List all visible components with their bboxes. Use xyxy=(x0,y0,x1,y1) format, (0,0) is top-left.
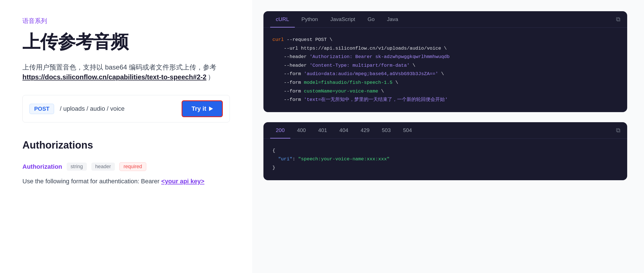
tab-200[interactable]: 200 xyxy=(270,122,290,138)
try-it-button[interactable]: Try it xyxy=(182,100,223,117)
json-uri-line: "uri": "speech:your-voice-name:xxx:xxx" xyxy=(272,155,618,164)
tab-401[interactable]: 401 xyxy=(312,122,333,138)
response-content: { "uri": "speech:your-voice-name:xxx:xxx… xyxy=(263,139,627,180)
page-title: 上传参考音频 xyxy=(22,30,230,54)
tab-503[interactable]: 503 xyxy=(376,122,397,138)
json-close-brace: } xyxy=(272,164,618,172)
description-text: 上传用户预置音色，支持以 base64 编码或者文件形式上传，参考 xyxy=(22,63,216,71)
description-end: ） xyxy=(208,73,214,81)
description-block: 上传用户预置音色，支持以 base64 编码或者文件形式上传，参考 https:… xyxy=(22,62,230,82)
doc-link[interactable]: https://docs.siliconflow.cn/capabilities… xyxy=(22,73,207,81)
auth-api-key-link[interactable]: <your api key> xyxy=(161,178,204,185)
tab-javascript[interactable]: JavaScript xyxy=(325,11,361,27)
json-open-brace: { xyxy=(272,147,618,155)
copy-response-icon[interactable]: ⧉ xyxy=(616,127,620,134)
auth-description: Use the following format for authenticat… xyxy=(22,178,230,185)
series-label: 语音系列 xyxy=(22,17,230,25)
copy-code-icon[interactable]: ⧉ xyxy=(616,16,620,23)
tab-java[interactable]: Java xyxy=(381,11,404,27)
auth-row: Authorization string header required xyxy=(22,162,230,171)
code-block: cURL Python JavaScript Go Java ⧉ curl --… xyxy=(263,11,627,112)
try-it-label: Try it xyxy=(191,105,206,112)
auth-required-badge: required xyxy=(119,162,146,171)
response-tabs: 200 400 401 404 429 503 504 ⧉ xyxy=(263,122,627,139)
auth-location-tag: header xyxy=(91,163,115,171)
tab-404[interactable]: 404 xyxy=(334,122,354,138)
response-block: 200 400 401 404 429 503 504 ⧉ { "uri": "… xyxy=(263,122,627,180)
play-icon xyxy=(209,107,213,111)
tab-429[interactable]: 429 xyxy=(355,122,375,138)
authorizations-title: Authorizations xyxy=(22,139,230,151)
code-content: curl --request POST \ --url https://api.… xyxy=(263,28,627,112)
endpoint-path: / uploads / audio / voice xyxy=(60,105,176,112)
method-badge: POST xyxy=(29,104,54,114)
tab-python[interactable]: Python xyxy=(296,11,324,27)
auth-name: Authorization xyxy=(22,163,62,170)
endpoint-bar: POST / uploads / audio / voice Try it xyxy=(22,95,230,122)
left-panel: 语音系列 上传参考音频 上传用户预置音色，支持以 base64 编码或者文件形式… xyxy=(0,0,252,273)
auth-type-tag: string xyxy=(67,163,87,171)
tab-curl[interactable]: cURL xyxy=(270,11,295,27)
tab-400[interactable]: 400 xyxy=(291,122,312,138)
code-tabs: cURL Python JavaScript Go Java ⧉ xyxy=(263,11,627,28)
tab-go[interactable]: Go xyxy=(362,11,380,27)
tab-504[interactable]: 504 xyxy=(397,122,418,138)
right-panel: cURL Python JavaScript Go Java ⧉ curl --… xyxy=(252,0,644,273)
